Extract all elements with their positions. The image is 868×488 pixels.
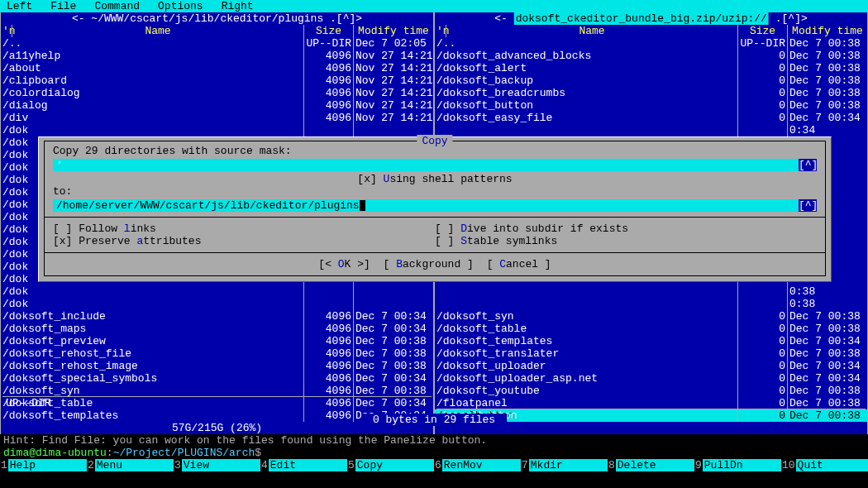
table-row[interactable]: 0:38 bbox=[435, 285, 867, 298]
table-row[interactable]: /doksoft_syn4096Dec 7 00:38 bbox=[1, 385, 433, 397]
fkey-menu[interactable]: 2Menu bbox=[87, 459, 174, 471]
dive-subdir-checkbox[interactable]: [ ] Dive into subdir if exists bbox=[435, 222, 817, 235]
menubar[interactable]: Left File Command Options Right bbox=[0, 0, 868, 12]
table-row[interactable]: /doksoft_advanced_blocks0Dec 7 00:38 bbox=[435, 50, 867, 62]
right-panel-title: <- doksoft_ckeditor_bundle_big.zip/uzip:… bbox=[494, 12, 807, 25]
table-row[interactable]: /dok bbox=[1, 298, 433, 310]
fkey-edit[interactable]: 4Edit bbox=[260, 459, 347, 471]
table-row[interactable]: 0:38 bbox=[435, 298, 867, 310]
table-row[interactable]: /doksoft_special_symbols4096Dec 7 00:34 bbox=[1, 372, 433, 385]
table-row[interactable]: /dok bbox=[1, 285, 433, 298]
table-row[interactable]: /doksoft_rehost_file4096Dec 7 00:38 bbox=[1, 347, 433, 360]
table-row[interactable]: /doksoft_uploader0Dec 7 00:34 bbox=[435, 360, 867, 372]
table-row[interactable]: /..UP--DIRDec 7 00:38 bbox=[435, 37, 867, 50]
table-row[interactable]: /..UP--DIRDec 7 02:05 bbox=[1, 37, 433, 50]
function-keys[interactable]: 1Help2Menu3View4Edit5Copy6RenMov7Mkdir8D… bbox=[0, 459, 868, 471]
cancel-button[interactable]: [ Cancel ] bbox=[487, 258, 551, 270]
to-label: to: bbox=[53, 185, 817, 198]
table-row[interactable]: /clipboard4096Nov 27 14:21 bbox=[1, 74, 433, 87]
table-row[interactable]: /doksoft_button0Dec 7 00:38 bbox=[435, 99, 867, 112]
table-row[interactable]: /colordialog4096Nov 27 14:21 bbox=[1, 87, 433, 99]
table-row[interactable]: /about4096Nov 27 14:21 bbox=[1, 62, 433, 74]
table-row[interactable]: /dok bbox=[1, 124, 433, 136]
right-summary: 0 bytes in 29 files bbox=[361, 414, 507, 426]
fkey-renmov[interactable]: 6RenMov bbox=[434, 459, 521, 471]
table-row[interactable]: /doksoft_maps4096Dec 7 00:34 bbox=[1, 323, 433, 335]
stable-symlinks-checkbox[interactable]: [ ] Stable symlinks bbox=[435, 235, 817, 247]
table-row[interactable]: /a11yhelp4096Nov 27 14:21 bbox=[1, 50, 433, 62]
table-row[interactable]: /doksoft_rehost_image4096Dec 7 00:38 bbox=[1, 360, 433, 372]
menu-file[interactable]: File bbox=[47, 0, 91, 12]
history-button-2[interactable]: [^] bbox=[799, 199, 817, 212]
menu-options[interactable]: Options bbox=[155, 0, 218, 12]
preserve-attrs-checkbox[interactable]: [x] Preserve attributes bbox=[53, 235, 435, 247]
table-row[interactable]: /doksoft_alert0Dec 7 00:38 bbox=[435, 62, 867, 74]
table-row[interactable]: /doksoft_uploader_asp.net0Dec 7 00:34 bbox=[435, 372, 867, 385]
fkey-help[interactable]: 1Help bbox=[0, 459, 87, 471]
fkey-pulldn[interactable]: 9PullDn bbox=[694, 459, 781, 471]
follow-links-checkbox[interactable]: [ ] Follow links bbox=[53, 222, 435, 235]
copy-dialog[interactable]: Copy Copy 29 directories with source mas… bbox=[38, 136, 832, 282]
table-row[interactable]: /doksoft_preview4096Dec 7 00:38 bbox=[1, 335, 433, 347]
ok-button[interactable]: [< OK >] bbox=[318, 258, 376, 270]
menu-right[interactable]: Right bbox=[218, 0, 269, 12]
left-panel-title: <- ~/WWW/cscart/js/lib/ckeditor/plugins … bbox=[72, 12, 362, 25]
fkey-delete[interactable]: 8Delete bbox=[608, 459, 694, 471]
table-row[interactable]: /doksoft_easy_file0Dec 7 00:34 bbox=[435, 112, 867, 124]
shell-prompt[interactable]: dima@dima-ubuntu:~/Project/PLUGINS/arch$ bbox=[0, 447, 868, 459]
table-row[interactable]: /doksoft_breadcrumbs0Dec 7 00:38 bbox=[435, 87, 867, 99]
text-cursor bbox=[360, 200, 365, 211]
table-row[interactable]: /doksoft_translater0Dec 7 00:38 bbox=[435, 347, 867, 360]
table-row[interactable]: /floatpanel0Dec 7 00:38 bbox=[435, 397, 867, 409]
table-row[interactable]: /doksoft_include4096Dec 7 00:34 bbox=[1, 310, 433, 323]
hint-line: Hint: Find File: you can work on the fil… bbox=[0, 434, 868, 447]
fkey-quit[interactable]: 10Quit bbox=[781, 459, 868, 471]
table-row[interactable]: 0:34 bbox=[435, 124, 867, 136]
table-row[interactable]: /doksoft_syn0Dec 7 00:38 bbox=[435, 310, 867, 323]
table-row[interactable]: /dialog4096Nov 27 14:21 bbox=[1, 99, 433, 112]
background-button[interactable]: [ Background ] bbox=[384, 258, 480, 270]
left-mini-status: UP--DIR bbox=[2, 396, 432, 409]
menu-command[interactable]: Command bbox=[91, 0, 155, 12]
fkey-mkdir[interactable]: 7Mkdir bbox=[521, 459, 608, 471]
dialog-title: Copy bbox=[417, 135, 452, 147]
destination-input[interactable]: /home/server/WWW/cscart/js/lib/ckeditor/… bbox=[53, 199, 799, 212]
menu-left[interactable]: Left bbox=[3, 0, 47, 12]
shell-patterns-checkbox[interactable]: [x] Using shell patterns bbox=[357, 173, 512, 185]
history-button-1[interactable]: [^] bbox=[799, 159, 817, 171]
table-row[interactable]: /div4096Nov 27 14:21 bbox=[1, 112, 433, 124]
source-mask-input[interactable]: * bbox=[53, 159, 799, 171]
panels: <- ~/WWW/cscart/js/lib/ckeditor/plugins … bbox=[0, 12, 868, 434]
fkey-view[interactable]: 3View bbox=[174, 459, 260, 471]
table-row[interactable]: /doksoft_templates0Dec 7 00:34 bbox=[435, 335, 867, 347]
fkey-copy[interactable]: 5Copy bbox=[347, 459, 434, 471]
table-row[interactable]: /doksoft_youtube0Dec 7 00:38 bbox=[435, 385, 867, 397]
table-row[interactable]: /doksoft_table0Dec 7 00:38 bbox=[435, 323, 867, 335]
table-row[interactable]: /doksoft_backup0Dec 7 00:38 bbox=[435, 74, 867, 87]
